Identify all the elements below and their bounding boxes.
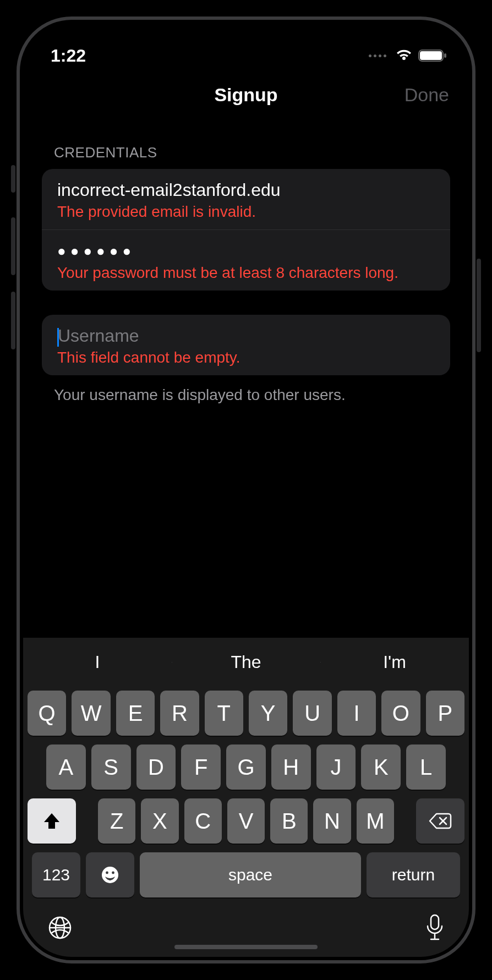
key-row-1: Q W E R T Y U I O P — [28, 691, 464, 736]
key-w[interactable]: W — [72, 691, 110, 736]
key-p[interactable]: P — [426, 691, 464, 736]
backspace-key[interactable] — [416, 798, 464, 844]
status-icons — [369, 49, 447, 62]
shift-key[interactable] — [28, 798, 76, 844]
numbers-key[interactable]: 123 — [32, 852, 80, 897]
username-error: This field cannot be empty. — [57, 349, 435, 366]
key-l[interactable]: L — [406, 744, 446, 790]
key-row-4: 123 space return — [28, 852, 464, 897]
keyboard-footer — [23, 897, 469, 946]
username-placeholder: Username — [58, 326, 139, 346]
key-s[interactable]: S — [91, 744, 131, 790]
password-field[interactable]: ●●●●●● — [57, 240, 435, 262]
prediction-1[interactable]: I — [23, 652, 172, 672]
power-button[interactable] — [477, 259, 481, 352]
key-y[interactable]: Y — [249, 691, 287, 736]
svg-point-3 — [102, 867, 118, 883]
key-x[interactable]: X — [141, 798, 178, 844]
key-o[interactable]: O — [381, 691, 420, 736]
key-t[interactable]: T — [205, 691, 243, 736]
username-card: Username This field cannot be empty. — [42, 315, 450, 375]
status-bar: 1:22 — [23, 23, 469, 73]
page-title: Signup — [214, 84, 277, 106]
svg-rect-9 — [431, 915, 439, 929]
emoji-key[interactable] — [86, 852, 134, 897]
key-row-3: Z X C V B N M — [28, 798, 464, 844]
key-a[interactable]: A — [46, 744, 86, 790]
email-error: The provided email is invalid. — [57, 203, 435, 221]
home-indicator[interactable] — [174, 945, 318, 949]
spacer — [81, 798, 92, 844]
username-footer: Your username is displayed to other user… — [42, 383, 450, 404]
globe-key[interactable] — [47, 915, 73, 940]
return-key[interactable]: return — [367, 852, 460, 897]
key-e[interactable]: E — [116, 691, 155, 736]
mic-icon — [425, 914, 445, 941]
key-f[interactable]: F — [181, 744, 221, 790]
spacer — [400, 798, 411, 844]
key-rows: Q W E R T Y U I O P A S D F G H — [23, 686, 469, 897]
svg-rect-2 — [444, 53, 446, 58]
prediction-3[interactable]: I'm — [320, 652, 469, 672]
emoji-icon — [100, 865, 120, 885]
email-field-container: incorrect-email2stanford.edu The provide… — [42, 169, 450, 229]
credentials-header: CREDENTIALS — [42, 133, 450, 169]
screen: 1:22 Signup Done CREDENTIALS incorrect-e… — [23, 23, 469, 957]
key-m[interactable]: M — [357, 798, 394, 844]
key-h[interactable]: H — [271, 744, 311, 790]
volume-up-button[interactable] — [11, 217, 15, 275]
wifi-icon — [395, 49, 413, 62]
globe-icon — [47, 915, 73, 940]
nav-bar: Signup Done — [23, 73, 469, 117]
password-error: Your password must be at least 8 charact… — [57, 264, 435, 282]
key-r[interactable]: R — [160, 691, 199, 736]
prediction-2[interactable]: The — [172, 652, 320, 672]
phone-frame: 1:22 Signup Done CREDENTIALS incorrect-e… — [17, 17, 475, 963]
key-d[interactable]: D — [136, 744, 176, 790]
backspace-icon — [429, 813, 452, 829]
volume-down-button[interactable] — [11, 292, 15, 349]
space-key[interactable]: space — [140, 852, 361, 897]
battery-icon — [418, 49, 447, 62]
key-k[interactable]: K — [361, 744, 401, 790]
prediction-bar: I The I'm — [23, 638, 469, 686]
dictation-key[interactable] — [425, 914, 445, 941]
key-row-2: A S D F G H J K L — [28, 744, 464, 790]
shift-icon — [42, 812, 61, 830]
key-z[interactable]: Z — [98, 798, 135, 844]
form-content: CREDENTIALS incorrect-email2stanford.edu… — [23, 117, 469, 404]
mute-switch[interactable] — [11, 165, 15, 193]
keyboard: I The I'm Q W E R T Y U I O P A — [23, 638, 469, 957]
svg-point-4 — [106, 872, 108, 874]
email-field[interactable]: incorrect-email2stanford.edu — [57, 179, 435, 201]
key-v[interactable]: V — [227, 798, 265, 844]
status-time: 1:22 — [51, 46, 86, 66]
done-button[interactable]: Done — [404, 84, 449, 106]
password-field-container: ●●●●●● Your password must be at least 8 … — [42, 229, 450, 291]
key-n[interactable]: N — [313, 798, 351, 844]
key-u[interactable]: U — [293, 691, 331, 736]
svg-point-5 — [112, 872, 114, 874]
svg-rect-1 — [420, 51, 442, 60]
key-q[interactable]: Q — [28, 691, 66, 736]
recording-indicator-icon — [369, 54, 386, 57]
key-c[interactable]: C — [184, 798, 222, 844]
credentials-card: incorrect-email2stanford.edu The provide… — [42, 169, 450, 291]
key-j[interactable]: J — [316, 744, 356, 790]
key-g[interactable]: G — [226, 744, 266, 790]
key-i[interactable]: I — [337, 691, 376, 736]
username-field-container: Username This field cannot be empty. — [42, 315, 450, 375]
key-b[interactable]: B — [270, 798, 308, 844]
username-field[interactable]: Username — [57, 325, 435, 347]
